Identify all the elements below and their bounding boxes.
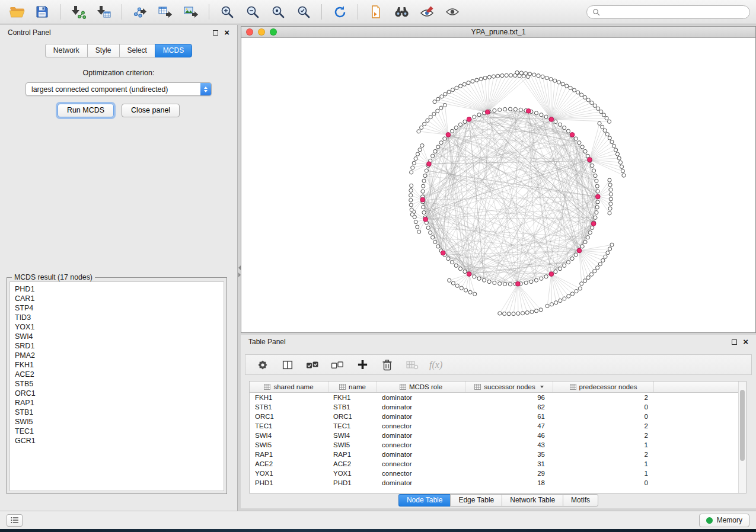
add-column-icon[interactable] bbox=[355, 357, 370, 373]
result-item[interactable]: STB1 bbox=[10, 408, 224, 417]
refresh-icon[interactable] bbox=[329, 3, 350, 21]
zoom-out-icon[interactable] bbox=[242, 3, 263, 21]
mcds-result-list[interactable]: PHD1CAR1STP4TID3YOX1SWI4SRD1PMA2FKH1ACE2… bbox=[9, 281, 224, 491]
control-panel-header: Control Panel × bbox=[0, 25, 237, 40]
column-grid-icon bbox=[400, 384, 406, 390]
gear-icon[interactable] bbox=[255, 357, 270, 373]
result-item[interactable]: TID3 bbox=[10, 313, 224, 322]
network-snapshot-icon[interactable] bbox=[365, 3, 387, 21]
column-header-successor-nodes[interactable]: successor nodes bbox=[465, 382, 553, 392]
result-item[interactable]: RAP1 bbox=[10, 398, 224, 408]
memory-button[interactable]: Memory bbox=[699, 514, 749, 527]
table-row[interactable]: ACE2ACE2connector311 bbox=[250, 459, 738, 469]
table-cell: 62 bbox=[465, 402, 553, 412]
scrollbar-thumb[interactable] bbox=[740, 390, 745, 461]
column-header-shared-name[interactable]: shared name bbox=[250, 382, 328, 392]
import-table-icon[interactable] bbox=[93, 3, 114, 21]
show-columns-icon[interactable] bbox=[280, 357, 295, 373]
table-cell: 47 bbox=[465, 421, 553, 431]
maximize-window-icon[interactable] bbox=[270, 28, 277, 36]
open-folder-icon[interactable] bbox=[6, 3, 27, 21]
table-row[interactable]: STB1STB1dominator620 bbox=[250, 402, 738, 412]
close-panel-button[interactable]: Close panel bbox=[122, 104, 180, 117]
sort-indicator-icon bbox=[540, 386, 544, 388]
result-item[interactable]: CAR1 bbox=[10, 294, 224, 303]
table-panel-header: Table Panel × bbox=[241, 335, 756, 349]
table-scrollbar[interactable] bbox=[738, 382, 746, 493]
network-window-titlebar[interactable]: YPA_prune.txt_1 bbox=[241, 27, 755, 38]
result-item[interactable]: STP4 bbox=[10, 303, 224, 313]
close-panel-icon[interactable]: × bbox=[224, 30, 229, 36]
column-header-predecessor-nodes[interactable]: predecessor nodes bbox=[553, 382, 654, 392]
export-image-icon[interactable] bbox=[180, 3, 202, 21]
table-row[interactable]: ORC1ORC1dominator610 bbox=[250, 412, 738, 421]
network-canvas[interactable] bbox=[241, 38, 755, 332]
result-item[interactable]: STB5 bbox=[10, 379, 224, 389]
table-row[interactable]: FKH1FKH1dominator962 bbox=[250, 393, 738, 402]
close-table-panel-icon[interactable]: × bbox=[743, 339, 748, 345]
zoom-in-icon[interactable] bbox=[216, 3, 238, 21]
graphics-details-icon[interactable] bbox=[416, 3, 438, 21]
table-cell: YOX1 bbox=[250, 469, 328, 478]
result-item[interactable]: ACE2 bbox=[10, 370, 224, 379]
table-row[interactable]: SWI5SWI5connector431 bbox=[250, 440, 738, 450]
table-cell: 1 bbox=[553, 440, 654, 450]
toolbar-separator bbox=[358, 4, 358, 20]
search-box[interactable] bbox=[586, 5, 750, 19]
tab-network[interactable]: Network bbox=[45, 44, 87, 57]
result-item[interactable]: TEC1 bbox=[10, 427, 224, 436]
table-cell bbox=[654, 431, 738, 440]
optimization-criterion-dropdown[interactable]: largest connected component (undirected) bbox=[25, 82, 212, 96]
result-item[interactable]: PHD1 bbox=[10, 284, 224, 294]
close-window-icon[interactable] bbox=[246, 28, 253, 36]
tab-select[interactable]: Select bbox=[119, 44, 155, 57]
find-icon[interactable] bbox=[391, 3, 412, 21]
tab-edge-table[interactable]: Edge Table bbox=[450, 494, 502, 507]
import-network-icon[interactable] bbox=[68, 3, 89, 21]
table-row[interactable]: SWI4SWI4dominator462 bbox=[250, 431, 738, 440]
table-cell: FKH1 bbox=[328, 393, 377, 402]
result-item[interactable]: SWI5 bbox=[10, 417, 224, 427]
tab-node-table[interactable]: Node Table bbox=[398, 494, 451, 507]
select-all-icon[interactable] bbox=[305, 357, 320, 373]
table-row[interactable]: YOX1YOX1connector291 bbox=[250, 469, 738, 478]
status-menu-button[interactable] bbox=[7, 514, 23, 527]
result-item[interactable]: YOX1 bbox=[10, 322, 224, 332]
clear-selection-icon[interactable] bbox=[330, 357, 345, 373]
table-cell: SWI5 bbox=[328, 440, 377, 450]
tab-style[interactable]: Style bbox=[87, 44, 119, 57]
tab-mcds[interactable]: MCDS bbox=[155, 44, 192, 57]
table-cell: PHD1 bbox=[328, 478, 377, 488]
table-panel: Table Panel × bbox=[241, 335, 756, 508]
show-hide-icon[interactable] bbox=[442, 3, 463, 21]
float-panel-icon[interactable] bbox=[213, 30, 218, 36]
result-item[interactable]: FKH1 bbox=[10, 360, 224, 370]
dropdown-stepper-icon[interactable] bbox=[200, 83, 211, 95]
export-table-icon[interactable] bbox=[155, 3, 176, 21]
search-input[interactable] bbox=[604, 8, 744, 16]
zoom-fit-icon[interactable] bbox=[267, 3, 289, 21]
run-mcds-button[interactable]: Run MCDS bbox=[58, 104, 114, 117]
result-item[interactable]: SWI4 bbox=[10, 332, 224, 341]
column-header-mcds-role[interactable]: MCDS role bbox=[377, 382, 465, 392]
zoom-selected-icon[interactable] bbox=[293, 3, 314, 21]
table-row[interactable]: RAP1RAP1dominator352 bbox=[250, 450, 738, 459]
column-header-name[interactable]: name bbox=[328, 382, 377, 392]
table-cell: dominator bbox=[377, 431, 465, 440]
table-cell: 1 bbox=[553, 459, 654, 469]
result-item[interactable]: GCR1 bbox=[10, 436, 224, 446]
delete-column-icon[interactable] bbox=[379, 357, 395, 373]
result-item[interactable]: PMA2 bbox=[10, 351, 224, 360]
tab-motifs[interactable]: Motifs bbox=[563, 494, 598, 507]
table-row[interactable]: PHD1PHD1dominator180 bbox=[250, 478, 738, 488]
minimize-window-icon[interactable] bbox=[258, 28, 265, 36]
table-cell: ACE2 bbox=[250, 459, 328, 469]
result-item[interactable]: SRD1 bbox=[10, 341, 224, 351]
table-row[interactable]: TEC1TEC1connector472 bbox=[250, 421, 738, 431]
float-table-panel-icon[interactable] bbox=[732, 339, 737, 345]
tab-network-table[interactable]: Network Table bbox=[502, 494, 563, 507]
table-cell bbox=[654, 478, 738, 488]
result-item[interactable]: ORC1 bbox=[10, 389, 224, 398]
save-icon[interactable] bbox=[31, 3, 53, 21]
export-network-icon[interactable] bbox=[129, 3, 151, 21]
